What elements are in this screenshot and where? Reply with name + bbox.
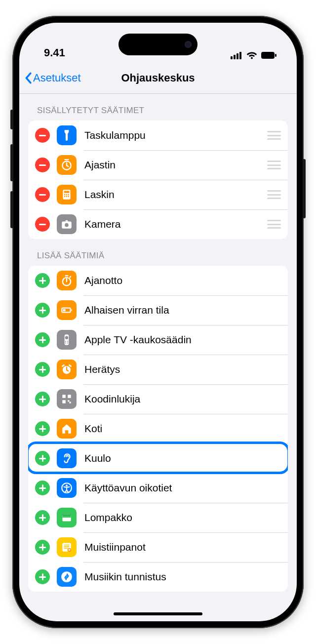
control-label-flashlight: Taskulamppu xyxy=(84,129,267,141)
svg-rect-28 xyxy=(62,395,65,398)
add-button-alarm[interactable] xyxy=(35,362,50,377)
add-button-wallet[interactable] xyxy=(35,510,50,525)
flashlight-icon xyxy=(57,125,77,145)
group-included: TaskulamppuAjastinLaskinKamera xyxy=(28,121,288,239)
reorder-handle-timer[interactable] xyxy=(267,161,281,169)
add-button-notes[interactable] xyxy=(35,540,50,555)
svg-point-14 xyxy=(68,196,69,197)
lowpower-icon xyxy=(57,300,77,320)
appletv-icon xyxy=(57,330,77,350)
control-label-calculator: Laskin xyxy=(84,189,267,201)
home-indicator xyxy=(114,612,202,615)
timer-icon xyxy=(57,155,77,175)
control-row-alarm: Herätys xyxy=(28,355,288,384)
notes-icon xyxy=(57,537,77,557)
svg-rect-3 xyxy=(239,52,241,59)
qrcode-icon xyxy=(57,389,77,409)
reorder-handle-flashlight[interactable] xyxy=(267,131,281,140)
page-title: Ohjauskeskus xyxy=(121,72,195,84)
svg-rect-19 xyxy=(71,309,72,311)
stopwatch-icon xyxy=(57,271,77,290)
add-button-shazam[interactable] xyxy=(35,569,50,584)
svg-rect-2 xyxy=(237,53,238,59)
remove-button-camera[interactable] xyxy=(35,217,50,232)
add-button-lowpower[interactable] xyxy=(35,303,50,318)
control-row-a11y: Käyttöavun oikotiet xyxy=(28,473,288,503)
add-button-qrcode[interactable] xyxy=(35,392,50,406)
svg-rect-36 xyxy=(62,516,71,518)
remove-button-calculator[interactable] xyxy=(35,187,50,202)
back-button[interactable]: Asetukset xyxy=(24,72,81,84)
a11y-icon xyxy=(57,478,77,498)
chevron-left-icon xyxy=(24,72,32,84)
remove-button-flashlight[interactable] xyxy=(35,128,50,143)
add-button-home[interactable] xyxy=(35,421,50,436)
control-label-lowpower: Alhaisen virran tila xyxy=(84,304,281,316)
control-label-notes: Muistiinpanot xyxy=(84,541,281,553)
add-button-a11y[interactable] xyxy=(35,481,50,495)
add-button-appletv[interactable] xyxy=(35,332,50,347)
iphone-frame: 9.41 Asetukset Ohjauskeskus SISÄLLYTETYT… xyxy=(12,16,304,628)
svg-point-40 xyxy=(61,571,72,582)
back-label: Asetukset xyxy=(33,72,81,84)
control-label-hearing: Kuulo xyxy=(84,452,281,464)
control-row-hearing: Kuulo xyxy=(28,443,288,473)
section-header-included: SISÄLLYTETYT SÄÄTIMET xyxy=(28,94,288,121)
add-button-hearing[interactable] xyxy=(35,451,50,466)
home-icon xyxy=(57,419,77,439)
control-label-timer: Ajastin xyxy=(84,159,267,171)
svg-point-13 xyxy=(66,196,68,197)
control-row-wallet: Lompakko xyxy=(28,503,288,532)
control-label-appletv: Apple TV -kaukosäädin xyxy=(84,334,281,346)
dynamic-island xyxy=(118,34,198,55)
control-label-shazam: Musiikin tunnistus xyxy=(84,571,281,583)
svg-rect-8 xyxy=(64,191,70,193)
control-row-appletv: Apple TV -kaukosäädin xyxy=(28,325,288,355)
nav-bar: Asetukset Ohjauskeskus xyxy=(19,62,297,94)
calculator-icon xyxy=(57,185,77,204)
control-row-lowpower: Alhaisen virran tila xyxy=(28,295,288,325)
control-label-alarm: Herätys xyxy=(84,363,281,375)
svg-point-10 xyxy=(66,194,68,196)
wallet-icon xyxy=(57,508,77,527)
svg-point-22 xyxy=(65,336,69,339)
control-label-home: Koti xyxy=(84,423,281,435)
hearing-icon xyxy=(57,448,77,468)
svg-rect-30 xyxy=(62,400,65,403)
control-label-camera: Kamera xyxy=(84,218,267,230)
camera-icon xyxy=(57,214,77,234)
side-button xyxy=(303,159,306,218)
section-header-more: LISÄÄ SÄÄTIMIÄ xyxy=(28,239,288,266)
control-row-stopwatch: Ajanotto xyxy=(28,266,288,295)
remove-button-timer[interactable] xyxy=(35,158,50,172)
reorder-handle-camera[interactable] xyxy=(267,220,281,229)
svg-point-16 xyxy=(65,223,69,227)
alarm-icon xyxy=(57,360,77,379)
shazam-icon xyxy=(57,567,77,587)
status-time: 9.41 xyxy=(44,46,65,59)
svg-point-26 xyxy=(67,342,68,343)
volume-up-button xyxy=(10,144,13,181)
svg-rect-32 xyxy=(69,402,71,403)
control-row-shazam: Musiikin tunnistus xyxy=(28,562,288,592)
control-label-a11y: Käyttöavun oikotiet xyxy=(84,482,281,494)
screen: 9.41 Asetukset Ohjauskeskus SISÄLLYTETYT… xyxy=(19,23,297,621)
add-button-stopwatch[interactable] xyxy=(35,273,50,288)
svg-point-9 xyxy=(64,194,66,196)
cellular-icon xyxy=(231,51,242,59)
svg-rect-20 xyxy=(63,309,65,311)
control-row-calculator: Laskin xyxy=(28,180,288,209)
svg-rect-37 xyxy=(62,515,71,516)
control-label-stopwatch: Ajanotto xyxy=(84,275,281,286)
control-row-qrcode: Koodinlukija xyxy=(28,384,288,414)
control-row-home: Koti xyxy=(28,414,288,443)
svg-rect-31 xyxy=(68,400,69,402)
content: SISÄLLYTETYT SÄÄTIMET TaskulamppuAjastin… xyxy=(19,94,297,592)
mute-switch xyxy=(10,110,13,129)
svg-rect-29 xyxy=(68,395,71,398)
control-row-notes: Muistiinpanot xyxy=(28,532,288,562)
reorder-handle-calculator[interactable] xyxy=(267,190,281,199)
svg-rect-1 xyxy=(234,55,236,59)
svg-rect-5 xyxy=(275,54,276,57)
svg-rect-0 xyxy=(231,56,233,59)
